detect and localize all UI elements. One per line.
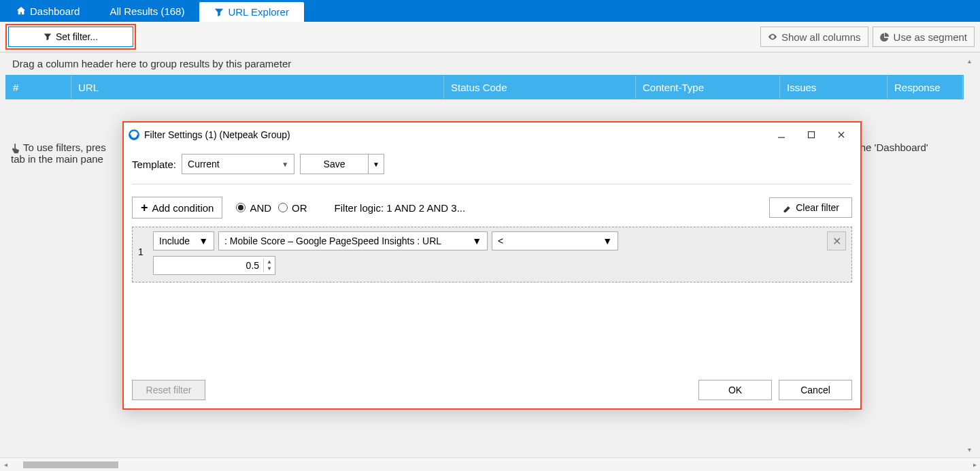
horizontal-scrollbar[interactable]: ◂ ▸ xyxy=(0,457,980,471)
show-all-columns-button[interactable]: Show all columns xyxy=(760,27,868,47)
spinner-up-button[interactable]: ▲ xyxy=(264,259,275,265)
save-button-group: Save ▼ xyxy=(300,154,384,174)
chevron-down-icon: ▼ xyxy=(282,161,288,168)
tab-url-explorer[interactable]: URL Explorer xyxy=(199,2,303,22)
spinner-buttons: ▲ ▼ xyxy=(263,259,275,272)
filter-icon xyxy=(44,33,52,41)
top-tabs: Dashboard All Results (168) URL Explorer xyxy=(0,0,980,22)
app-logo-icon xyxy=(128,129,140,141)
tab-all-results[interactable]: All Results (168) xyxy=(95,0,199,22)
select-value: : Mobile Score – Google PageSpeed Insigh… xyxy=(224,236,441,246)
condition-toolbar: + Add condition AND OR Filter logic: 1 A… xyxy=(132,184,852,227)
svg-rect-1 xyxy=(809,132,815,138)
chevron-down-icon: ▼ xyxy=(199,236,208,246)
chevron-down-icon: ▼ xyxy=(472,236,481,246)
ok-button[interactable]: OK xyxy=(698,380,772,400)
tab-label: Dashboard xyxy=(30,5,80,17)
remove-condition-button[interactable]: ✕ xyxy=(827,231,846,250)
operator-select[interactable]: < ▼ xyxy=(492,231,618,250)
value-input[interactable] xyxy=(154,260,263,271)
dialog-titlebar[interactable]: Filter Settings (1) (Netpeak Group) xyxy=(124,123,860,147)
col-url[interactable]: URL xyxy=(71,76,444,99)
scroll-down-button[interactable]: ▾ xyxy=(964,444,975,455)
maximize-button[interactable] xyxy=(796,125,826,145)
eraser-icon xyxy=(782,203,792,212)
template-row: Template: Current ▼ Save ▼ xyxy=(132,147,852,184)
filter-icon xyxy=(214,7,224,17)
filter-settings-dialog: Filter Settings (1) (Netpeak Group) Temp… xyxy=(122,121,862,410)
tab-dashboard[interactable]: Dashboard xyxy=(1,0,95,22)
toolbar: Set filter... Show all columns Use as se… xyxy=(0,22,980,52)
radio-label: OR xyxy=(292,202,307,214)
group-hint: Drag a column header here to group resul… xyxy=(5,52,975,75)
scroll-right-button[interactable]: ▸ xyxy=(969,461,980,468)
chevron-down-icon: ▼ xyxy=(373,161,379,168)
close-button[interactable] xyxy=(826,125,856,145)
col-response[interactable]: Response xyxy=(888,76,963,99)
col-content-type[interactable]: Content-Type xyxy=(636,76,780,99)
dialog-footer: Reset filter OK Cancel xyxy=(124,372,860,408)
reset-filter-button[interactable]: Reset filter xyxy=(132,380,205,400)
scroll-left-button[interactable]: ◂ xyxy=(0,461,11,468)
home-icon xyxy=(16,6,26,16)
button-label: OK xyxy=(728,385,742,395)
col-number[interactable]: # xyxy=(6,76,71,99)
button-label: Reset filter xyxy=(146,385,192,395)
col-issues[interactable]: Issues xyxy=(780,76,888,99)
eye-icon xyxy=(768,32,777,42)
chevron-down-icon: ▼ xyxy=(603,236,612,246)
value-input-wrap: ▲ ▼ xyxy=(153,256,275,275)
filter-conditions-box: 1 Include ▼ : Mobile Score – Google Page… xyxy=(132,227,852,282)
radio-icon xyxy=(278,203,288,212)
save-button[interactable]: Save xyxy=(300,154,368,174)
select-value: < xyxy=(498,236,503,246)
template-label: Template: xyxy=(132,159,176,170)
close-icon: ✕ xyxy=(832,235,841,248)
clear-filter-button[interactable]: Clear filter xyxy=(769,197,852,218)
logic-or-radio[interactable]: OR xyxy=(278,202,307,214)
filter-logic-text: Filter logic: 1 AND 2 AND 3... xyxy=(335,202,466,214)
radio-icon xyxy=(236,203,246,212)
scroll-up-button[interactable]: ▴ xyxy=(964,55,975,66)
dialog-title: Filter Settings (1) (Netpeak Group) xyxy=(144,129,290,140)
tab-label: URL Explorer xyxy=(228,6,288,18)
button-label: Clear filter xyxy=(796,202,839,213)
button-label: Use as segment xyxy=(894,31,967,43)
save-dropdown-button[interactable]: ▼ xyxy=(368,154,384,174)
template-value: Current xyxy=(188,159,220,169)
col-status[interactable]: Status Code xyxy=(444,76,636,99)
button-label: Add condition xyxy=(152,202,214,214)
hint-text-left: To use filters, pres xyxy=(23,142,106,153)
set-filter-button[interactable]: Set filter... xyxy=(8,27,133,47)
spinner-down-button[interactable]: ▼ xyxy=(264,265,275,272)
cancel-button[interactable]: Cancel xyxy=(779,380,852,400)
use-as-segment-button[interactable]: Use as segment xyxy=(873,27,975,47)
minimize-button[interactable] xyxy=(766,125,796,145)
button-label: Set filter... xyxy=(56,31,98,42)
button-label: Cancel xyxy=(800,385,830,395)
select-value: Include xyxy=(159,236,190,246)
template-select[interactable]: Current ▼ xyxy=(182,154,294,174)
logic-and-radio[interactable]: AND xyxy=(236,202,271,214)
pie-icon xyxy=(880,32,890,42)
condition-index: 1 xyxy=(138,231,146,257)
button-label: Save xyxy=(324,159,345,169)
include-select[interactable]: Include ▼ xyxy=(153,231,214,250)
plus-icon: + xyxy=(141,201,148,215)
radio-label: AND xyxy=(250,202,271,214)
field-select[interactable]: : Mobile Score – Google PageSpeed Insigh… xyxy=(218,231,488,250)
button-label: Show all columns xyxy=(781,31,861,43)
scroll-thumb[interactable] xyxy=(23,461,118,468)
add-condition-button[interactable]: + Add condition xyxy=(132,197,222,218)
set-filter-highlight: Set filter... xyxy=(5,24,136,50)
tab-label: All Results (168) xyxy=(109,5,184,17)
grid-header: # URL Status Code Content-Type Issues Re… xyxy=(5,75,964,99)
